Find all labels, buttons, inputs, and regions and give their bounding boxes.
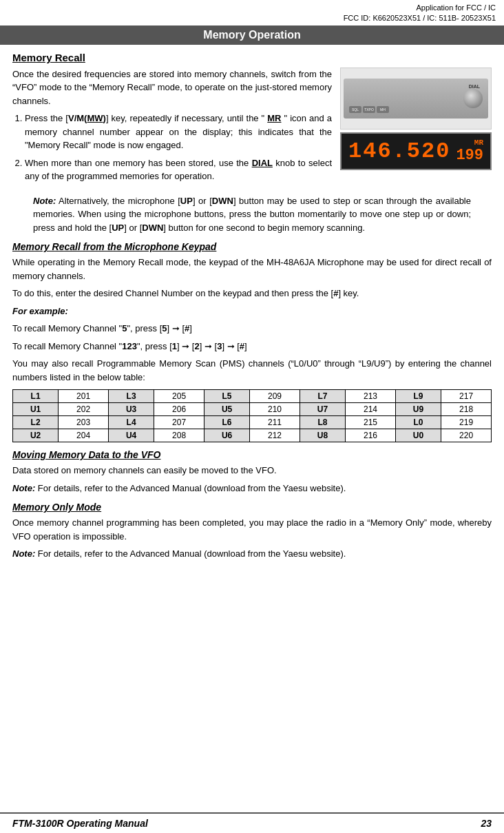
memory-only-note: Note: For details, refer to the Advanced…: [12, 547, 492, 561]
table-cell: 214: [346, 403, 396, 416]
memory-recall-title: Memory Recall: [12, 52, 492, 63]
table-row: L2203L4207L6211L8215L0219: [13, 416, 492, 429]
table-cell: U9: [395, 403, 441, 416]
step-1: Press the [V/M(MW)] key, repeatedly if n…: [25, 112, 332, 152]
manual-name: FTM-3100R Operating Manual: [12, 818, 148, 829]
moving-memory-para: Data stored on memory channels can easil…: [12, 464, 492, 477]
table-cell: U2: [13, 429, 59, 442]
step-2: When more than one memory has been store…: [25, 156, 332, 183]
table-cell: L1: [13, 390, 59, 403]
pms-table: L1201L3205L5209L7213L9217U1202U3206U5210…: [12, 389, 492, 442]
image-column: DIAL SQL TXPO MH 146.520 MR 199: [340, 68, 492, 189]
moving-note-text-val: For details, refer to the Advanced Manua…: [38, 483, 346, 493]
table-cell: 202: [59, 403, 109, 416]
table-cell: L2: [13, 416, 59, 429]
mr-badge: MR 199: [456, 138, 483, 164]
channel-number: 199: [456, 147, 483, 164]
table-cell: 206: [154, 403, 204, 416]
table-cell: 204: [59, 429, 109, 442]
table-cell: 208: [154, 429, 204, 442]
table-cell: 215: [346, 416, 396, 429]
table-cell: U5: [204, 403, 249, 416]
table-cell: 219: [441, 416, 492, 429]
table-cell: U7: [300, 403, 345, 416]
memory-only-note-text-val: For details, refer to the Advanced Manua…: [38, 548, 346, 559]
table-cell: U6: [204, 429, 249, 442]
table-cell: 207: [154, 416, 204, 429]
table-cell: L8: [300, 416, 345, 429]
example1: To recall Memory Channel "5", press [5] …: [12, 322, 492, 336]
table-cell: U3: [108, 403, 154, 416]
table-cell: 210: [250, 403, 300, 416]
table-cell: 220: [441, 429, 492, 442]
memory-only-mode-title: Memory Only Mode: [12, 502, 492, 513]
page-container: Application for FCC / IC FCC ID: K662052…: [0, 0, 504, 833]
small-controls: SQL TXPO MH: [349, 106, 389, 113]
text-column: Once the desired frequencies are stored …: [12, 68, 332, 189]
microphone-para1: While operating in the Memory Recall mod…: [12, 256, 492, 282]
table-cell: 217: [441, 390, 492, 403]
intro-para: Once the desired frequencies are stored …: [12, 68, 332, 108]
table-row: U1202U3206U5210U7214U9218: [13, 403, 492, 416]
radio-body: DIAL SQL TXPO MH: [344, 79, 488, 119]
steps-list: Press the [V/M(MW)] key, repeatedly if n…: [25, 112, 332, 183]
moving-memory-note: Note: For details, refer to the Advanced…: [12, 482, 492, 495]
example2: To recall Memory Channel "123", press [1…: [12, 340, 492, 353]
mh-btn: MH: [377, 106, 389, 113]
table-cell: U8: [300, 429, 345, 442]
moving-memory-title: Moving Memory Data to the VFO: [12, 449, 492, 460]
mr-label: MR: [474, 138, 483, 147]
page-number: 23: [481, 818, 492, 829]
table-cell: 216: [346, 429, 396, 442]
memory-only-para: Once memory channel programming has been…: [12, 516, 492, 543]
table-cell: 211: [250, 416, 300, 429]
microphone-para2: To do this, enter the desired Channel Nu…: [12, 287, 492, 300]
example-label: For example:: [12, 305, 492, 318]
txpo-btn: TXPO: [363, 106, 375, 113]
section-header: Memory Operation: [0, 25, 504, 45]
table-cell: L7: [300, 390, 345, 403]
radio-display: 146.520 MR 199: [340, 132, 492, 170]
page-footer: FTM-3100R Operating Manual 23: [0, 812, 504, 833]
table-cell: 213: [346, 390, 396, 403]
intro-section: Once the desired frequencies are stored …: [12, 68, 492, 189]
frequency-display: 146.520: [348, 138, 450, 164]
note1-block: Note: Alternatively, the microphone [UP]…: [33, 194, 471, 235]
table-cell: L0: [395, 416, 441, 429]
table-cell: U4: [108, 429, 154, 442]
table-cell: U0: [395, 429, 441, 442]
top-header: Application for FCC / IC FCC ID: K662052…: [0, 0, 504, 25]
microphone-para3: You may also recall Programmable Memory …: [12, 357, 492, 384]
radio-top-image: DIAL SQL TXPO MH: [340, 68, 492, 130]
microphone-keypad-title: Memory Recall from the Microphone Keypad: [12, 241, 492, 252]
table-cell: 203: [59, 416, 109, 429]
table-cell: 209: [250, 390, 300, 403]
header-line1: Application for FCC / IC: [8, 3, 496, 13]
moving-note-label: Note:: [12, 483, 35, 493]
table-cell: L5: [204, 390, 249, 403]
table-cell: 201: [59, 390, 109, 403]
table-cell: U1: [13, 403, 59, 416]
dial-knob: [463, 89, 483, 108]
table-row: U2204U4208U6212U8216U0220: [13, 429, 492, 442]
table-cell: L3: [108, 390, 154, 403]
dial-label: DIAL: [469, 84, 480, 89]
table-cell: L6: [204, 416, 249, 429]
main-content: Memory Recall Once the desired frequenci…: [0, 52, 504, 561]
header-line2: FCC ID: K6620523X51 / IC: 511B- 20523X51: [8, 13, 496, 23]
note1-text: Alternatively, the microphone [UP] or [D…: [33, 196, 471, 233]
table-cell: 212: [250, 429, 300, 442]
table-cell: 218: [441, 403, 492, 416]
note1-label: Note:: [33, 196, 56, 206]
table-cell: L9: [395, 390, 441, 403]
table-cell: L4: [108, 416, 154, 429]
sql-btn: SQL: [349, 106, 361, 113]
memory-only-note-label: Note:: [12, 548, 35, 559]
table-cell: 205: [154, 390, 204, 403]
table-row: L1201L3205L5209L7213L9217: [13, 390, 492, 403]
